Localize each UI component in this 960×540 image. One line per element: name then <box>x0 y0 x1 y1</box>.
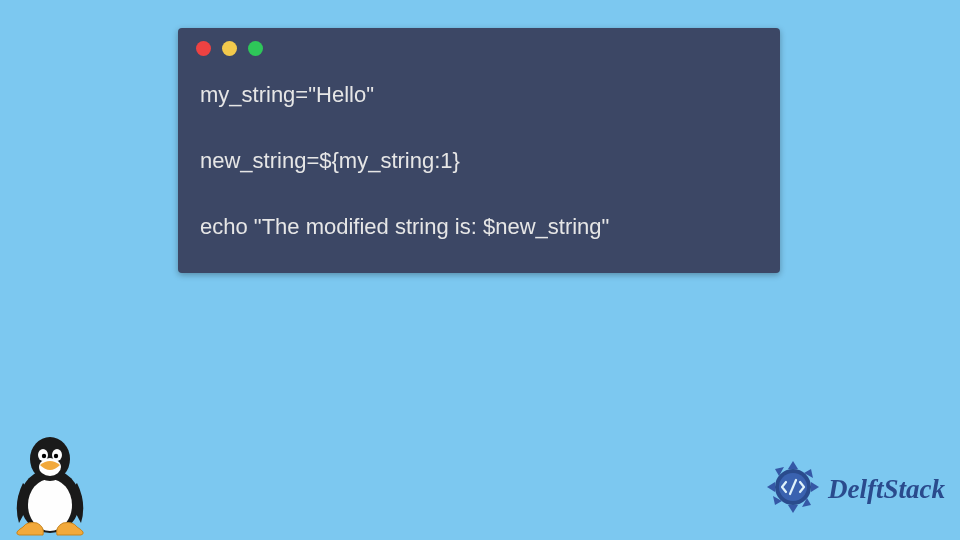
delftstack-brand: DelftStack <box>764 458 945 520</box>
minimize-dot-icon <box>222 41 237 56</box>
code-body: my_string="Hello" new_string=${my_string… <box>178 68 780 273</box>
maximize-dot-icon <box>248 41 263 56</box>
svg-point-7 <box>54 454 58 458</box>
blank-line <box>200 111 758 144</box>
window-titlebar <box>178 28 780 68</box>
delftstack-label: DelftStack <box>828 474 945 505</box>
close-dot-icon <box>196 41 211 56</box>
code-line: new_string=${my_string:1} <box>200 144 758 177</box>
tux-penguin-icon <box>5 431 95 540</box>
code-window: my_string="Hello" new_string=${my_string… <box>178 28 780 273</box>
delftstack-logo-icon <box>764 458 822 520</box>
code-line: my_string="Hello" <box>200 78 758 111</box>
code-line: echo "The modified string is: $new_strin… <box>200 210 758 243</box>
svg-point-6 <box>42 454 46 458</box>
blank-line <box>200 177 758 210</box>
